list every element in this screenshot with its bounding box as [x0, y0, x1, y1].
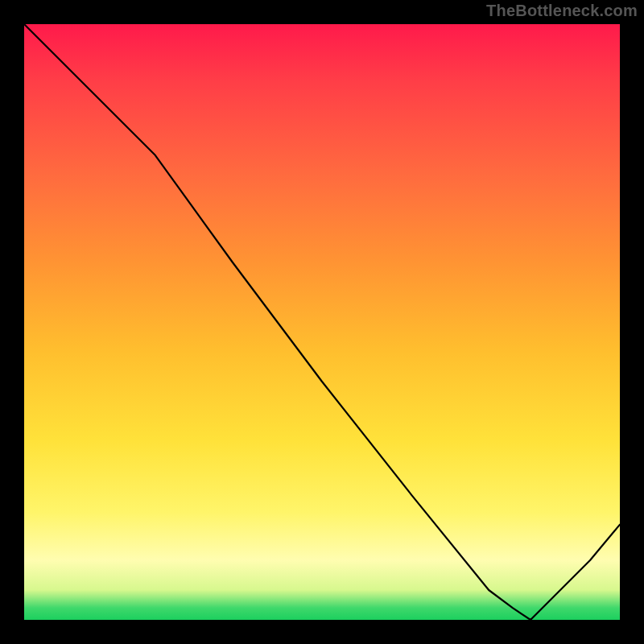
- bottleneck-curve: [24, 24, 620, 620]
- curve-svg: [24, 24, 620, 620]
- watermark-text: TheBottleneck.com: [486, 2, 638, 20]
- chart-frame: TheBottleneck.com: [0, 0, 644, 644]
- plot-area: [24, 24, 620, 620]
